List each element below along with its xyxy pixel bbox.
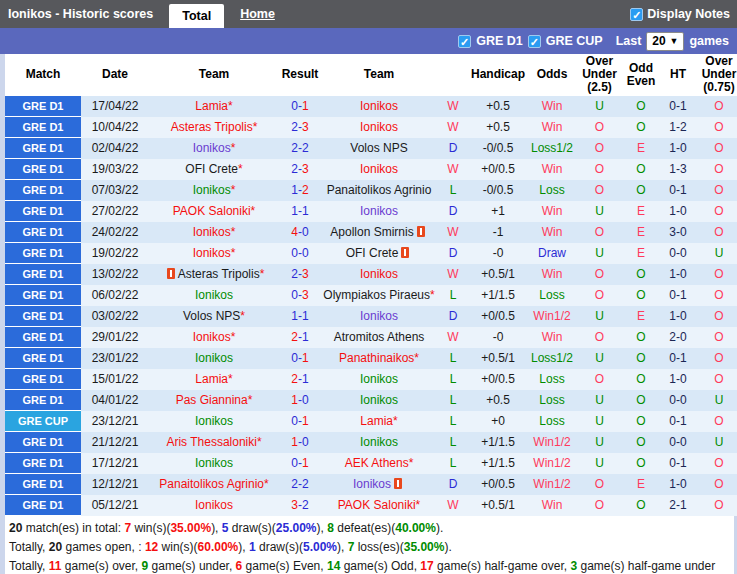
match-date: 12/12/21 [81, 474, 149, 495]
away-team-name[interactable]: Ionikos [360, 372, 398, 386]
half-time-score: 1-0 [660, 201, 696, 222]
result-letter: W [437, 159, 469, 180]
away-team-name[interactable]: Lamia [360, 414, 393, 428]
home-team-name[interactable]: Ionikos [195, 288, 233, 302]
home-score: 1 [291, 309, 298, 323]
home-star: * [228, 372, 233, 386]
home-team-name[interactable]: OFI Crete [185, 162, 238, 176]
home-team-name[interactable]: Panaitolikos Agrinio [159, 477, 264, 491]
home-team-name[interactable]: Ionikos [195, 414, 233, 428]
gre-cup-checkbox[interactable]: ✓ [528, 35, 541, 48]
odds-result: Win [527, 495, 577, 516]
away-team-name[interactable]: Apollon Smirnis [330, 225, 413, 239]
home-score: 1 [291, 435, 298, 449]
home-team-name[interactable]: Asteras Tripolis [178, 267, 260, 281]
table-row: GRE D117/12/21Ionikos0-1AEK Athens*L+1/1… [5, 453, 737, 474]
away-team-name[interactable]: Ionikos [360, 99, 398, 113]
result-score: 2-2 [279, 474, 321, 495]
odd-even: O [622, 96, 660, 117]
half-time-score: 1-3 [660, 159, 696, 180]
home-team-name[interactable]: PAOK Saloniki [173, 204, 251, 218]
over-under-075: O [696, 222, 737, 243]
over-under-25: U [577, 96, 622, 117]
half-time-score: 0-1 [660, 411, 696, 432]
away-team-name[interactable]: Ionikos [360, 393, 398, 407]
last-games-select[interactable]: 20 ▼ [646, 32, 684, 51]
tab-home[interactable]: Home [240, 7, 275, 21]
handicap-value: +0/0.5 [469, 474, 527, 495]
away-team-name[interactable]: Atromitos Athens [334, 330, 425, 344]
over-under-075: O [696, 180, 737, 201]
home-score: 0 [291, 456, 298, 470]
home-team-name[interactable]: Ionikos [195, 351, 233, 365]
home-team-name[interactable]: Asteras Tripolis [171, 120, 253, 134]
display-notes-checkbox[interactable]: ✓ [630, 8, 643, 21]
result-letter: D [437, 474, 469, 495]
away-team-name[interactable]: Ionikos [360, 162, 398, 176]
away-score: 1 [302, 351, 309, 365]
away-team-name[interactable]: PAOK Saloniki [338, 498, 416, 512]
home-team-name[interactable]: Lamia [195, 372, 228, 386]
home-team-cell: OFI Crete* [149, 159, 279, 180]
away-team-name[interactable]: Panathinaikos [339, 351, 414, 365]
home-team-name[interactable]: Ionikos [193, 330, 231, 344]
away-score: 3 [302, 288, 309, 302]
away-team-name[interactable]: Ionikos [360, 204, 398, 218]
home-team-name[interactable]: Ionikos [195, 498, 233, 512]
away-team-cell: OFI Crete [321, 243, 437, 264]
result-score: 0-1 [279, 411, 321, 432]
home-team-name[interactable]: Ionikos [193, 141, 231, 155]
summary-line-2: Totally, 20 games open, : 12 win(s)(60.0… [9, 538, 732, 557]
table-row: GRE D103/02/22Volos NPS*1-1IonikosD+0/0.… [5, 306, 737, 327]
tab-bar: Ionikos - Historic scores Total Home ✓ D… [0, 0, 737, 28]
display-notes-label: Display Notes [647, 7, 730, 21]
odds-result: Draw [527, 243, 577, 264]
match-date: 06/02/22 [81, 285, 149, 306]
result-score: 2-2 [279, 138, 321, 159]
away-score: 1 [302, 204, 309, 218]
away-team-name[interactable]: Olympiakos Piraeus [323, 288, 430, 302]
home-team-name[interactable]: Ionikos [195, 456, 233, 470]
home-team-name[interactable]: Ionikos [193, 183, 231, 197]
away-team-name[interactable]: Ionikos [360, 435, 398, 449]
away-team-name[interactable]: Ionikos [360, 267, 398, 281]
over-under-25: U [577, 453, 622, 474]
competition-badge: GRE D1 [5, 243, 81, 264]
odds-result: Loss [527, 411, 577, 432]
home-team-name[interactable]: Aris Thessaloniki [166, 435, 256, 449]
odd-even: E [622, 306, 660, 327]
home-star: * [231, 141, 236, 155]
away-team-name[interactable]: Panaitolikos Agrinio [327, 183, 432, 197]
result-score: 1-2 [279, 180, 321, 201]
home-team-name[interactable]: Lamia [195, 99, 228, 113]
home-team-name[interactable]: Ionikos [193, 246, 231, 260]
odds-result: Loss [527, 390, 577, 411]
away-team-name[interactable]: Ionikos [360, 120, 398, 134]
summary-segment: 5.00% [303, 540, 337, 554]
home-team-name[interactable]: Pas Giannina [176, 393, 248, 407]
away-team-name[interactable]: Volos NPS [350, 141, 407, 155]
over-under-25: U [577, 306, 622, 327]
summary-segment: game(s) Even, [242, 559, 327, 573]
away-team-cell: Volos NPS [321, 138, 437, 159]
home-score: 1 [291, 183, 298, 197]
home-team-cell: Aris Thessaloniki* [149, 432, 279, 453]
gre-d1-checkbox[interactable]: ✓ [458, 35, 471, 48]
home-star: * [409, 456, 414, 470]
over-under-075: O [696, 369, 737, 390]
away-team-name[interactable]: Ionikos [360, 309, 398, 323]
odd-even: O [622, 390, 660, 411]
tab-total[interactable]: Total [169, 4, 224, 28]
home-team-name[interactable]: Ionikos [193, 225, 231, 239]
home-team-name[interactable]: Volos NPS [183, 309, 240, 323]
handicap-value: +0.5 [469, 390, 527, 411]
away-team-name[interactable]: Ionikos [353, 477, 391, 491]
table-row: GRE D119/02/22Ionikos*0-0OFI CreteD-0Dra… [5, 243, 737, 264]
summary-segment: ). [444, 540, 451, 554]
away-team-name[interactable]: OFI Crete [346, 246, 399, 260]
away-team-name[interactable]: AEK Athens [345, 456, 409, 470]
match-date: 05/12/21 [81, 495, 149, 516]
home-team-cell: Ionikos [149, 348, 279, 369]
competition-badge: GRE D1 [5, 285, 81, 306]
away-team-cell: Olympiakos Piraeus* [321, 285, 437, 306]
